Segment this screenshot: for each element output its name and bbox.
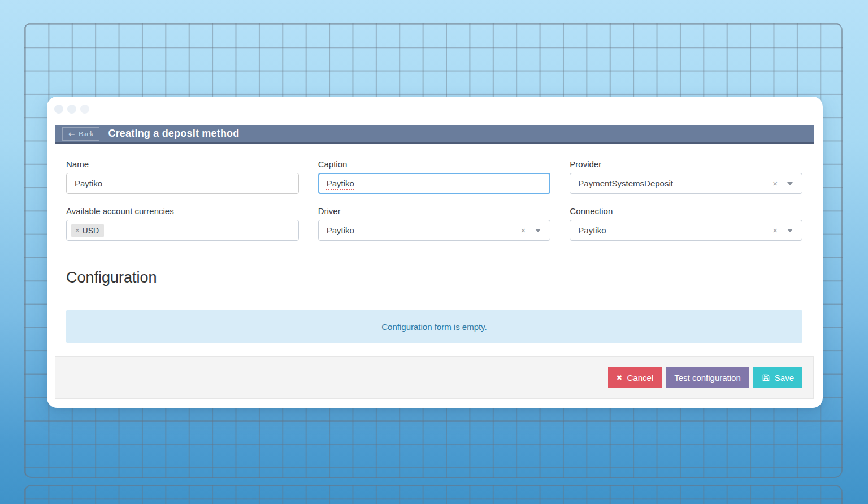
section-divider [66, 292, 802, 292]
cancel-button-label: Cancel [627, 373, 654, 383]
name-field-group: Name [66, 159, 299, 194]
clear-icon[interactable]: × [521, 226, 526, 234]
page-header-bar: ← Back Creating a deposit method [55, 125, 814, 144]
app-window: ← Back Creating a deposit method Name Ca… [47, 97, 823, 408]
connection-label: Connection [570, 206, 802, 216]
driver-label: Driver [318, 206, 551, 216]
clear-icon[interactable]: × [772, 226, 778, 234]
test-configuration-label: Test configuration [674, 373, 741, 383]
arrow-left-icon: ← [68, 130, 75, 138]
save-button[interactable]: Save [753, 367, 802, 388]
currencies-label: Available account currencies [66, 206, 299, 216]
name-input[interactable] [66, 173, 299, 194]
caption-field-group: Caption Paytiko [318, 159, 551, 194]
desktop-background: { "header": { "back_label": "Back", "bac… [0, 0, 868, 504]
caption-input[interactable]: Paytiko [318, 173, 551, 194]
driver-field-group: Driver Paytiko × [318, 206, 551, 241]
back-button[interactable]: ← Back [62, 127, 99, 141]
form-row-1: Name Caption Paytiko Provider PaymentSys… [66, 159, 802, 194]
driver-select-value: Paytiko [327, 225, 354, 235]
window-dot-minimize-icon[interactable] [67, 105, 76, 114]
window-dot-close-icon[interactable] [54, 105, 63, 114]
currency-tag-label: USD [83, 226, 99, 235]
driver-select-tools: × [521, 226, 544, 234]
floppy-disk-icon [762, 373, 770, 382]
connection-select-tools: × [772, 226, 795, 234]
chevron-down-icon[interactable] [787, 229, 793, 232]
caption-label: Caption [318, 159, 551, 169]
provider-label: Provider [570, 159, 802, 169]
save-button-label: Save [775, 373, 794, 383]
provider-field-group: Provider PaymentSystemsDeposit × [570, 159, 802, 194]
window-dot-maximize-icon[interactable] [80, 105, 89, 114]
currencies-field-group: Available account currencies × USD [66, 206, 299, 241]
connection-select-value: Paytiko [578, 225, 606, 235]
caption-input-value: Paytiko [327, 179, 354, 188]
driver-select[interactable]: Paytiko × [318, 220, 551, 241]
provider-select-value: PaymentSystemsDeposit [578, 179, 673, 188]
window-controls [54, 105, 89, 114]
clear-icon[interactable]: × [772, 179, 778, 188]
provider-select[interactable]: PaymentSystemsDeposit × [570, 173, 802, 194]
empty-configuration-alert: Configuration form is empty. [66, 310, 802, 343]
currencies-multiselect[interactable]: × USD [66, 220, 299, 241]
connection-field-group: Connection Paytiko × [570, 206, 802, 241]
connection-select[interactable]: Paytiko × [570, 220, 802, 241]
chevron-down-icon[interactable] [787, 182, 793, 185]
deposit-method-form: Name Caption Paytiko Provider PaymentSys… [47, 144, 823, 241]
form-row-2: Available account currencies × USD Drive… [66, 206, 802, 241]
remove-tag-icon[interactable]: × [75, 227, 80, 234]
x-mark-icon: ✖ [617, 374, 623, 381]
test-configuration-button[interactable]: Test configuration [666, 367, 749, 388]
configuration-heading: Configuration [66, 269, 802, 286]
cancel-button[interactable]: ✖ Cancel [608, 367, 662, 388]
chevron-down-icon[interactable] [535, 229, 541, 232]
page-title: Creating a deposit method [108, 128, 239, 140]
name-label: Name [66, 159, 299, 169]
background-grid-lower [24, 485, 843, 504]
currency-tag: × USD [71, 224, 104, 237]
provider-select-tools: × [772, 179, 795, 188]
form-footer-bar: ✖ Cancel Test configuration Save [55, 356, 814, 399]
empty-configuration-message: Configuration form is empty. [381, 322, 487, 332]
back-button-label: Back [79, 129, 94, 138]
